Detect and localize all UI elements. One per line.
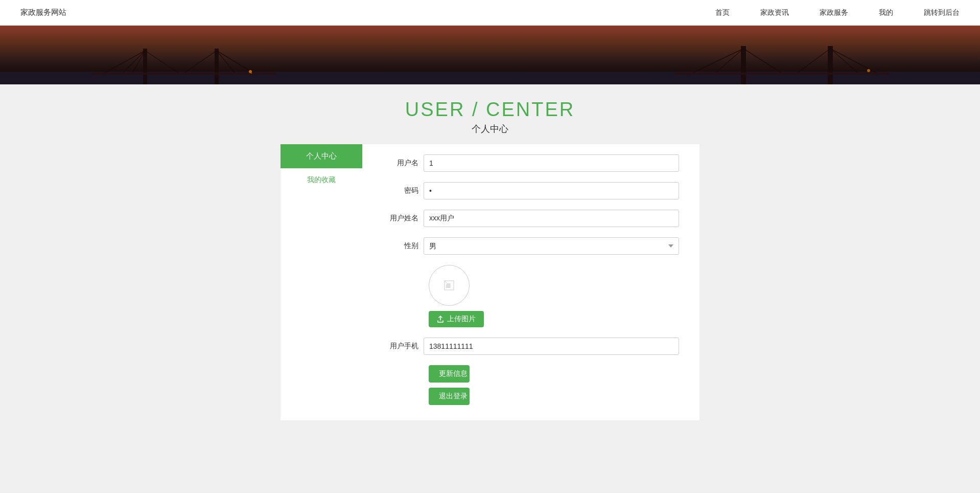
gender-label: 性别 bbox=[383, 241, 424, 251]
phone-input[interactable] bbox=[424, 338, 679, 355]
password-label: 密码 bbox=[383, 186, 424, 195]
sidebar-item-profile[interactable]: 个人中心 bbox=[281, 144, 362, 168]
sidebar-item-favorites[interactable]: 我的收藏 bbox=[281, 168, 362, 192]
svg-line-8 bbox=[145, 51, 179, 73]
content-card: 个人中心 我的收藏 用户名 密码 用户姓名 性别 bbox=[281, 144, 699, 420]
svg-line-7 bbox=[217, 51, 235, 73]
nav-news[interactable]: 家政资讯 bbox=[760, 8, 789, 17]
nav-backend[interactable]: 跳转到后台 bbox=[924, 8, 960, 17]
avatar-preview: ⬜ bbox=[429, 265, 470, 306]
svg-point-21 bbox=[251, 73, 252, 74]
upload-icon bbox=[437, 316, 444, 323]
phone-row: 用户手机 bbox=[383, 338, 679, 355]
nav-services[interactable]: 家政服务 bbox=[820, 8, 848, 17]
nav-home[interactable]: 首页 bbox=[715, 8, 730, 17]
svg-point-22 bbox=[867, 69, 870, 72]
password-input[interactable] bbox=[424, 182, 679, 199]
navbar: 家政服务网站 首页 家政资讯 家政服务 我的 跳转到后台 bbox=[0, 0, 980, 26]
broken-image-icon: ⬜ bbox=[444, 280, 454, 290]
svg-line-13 bbox=[690, 49, 743, 74]
svg-rect-1 bbox=[143, 49, 147, 84]
svg-rect-10 bbox=[92, 73, 276, 75]
update-info-button[interactable]: 更新信息 bbox=[429, 365, 470, 383]
display-name-label: 用户姓名 bbox=[383, 214, 424, 223]
main-content: 个人中心 我的收藏 用户名 密码 用户姓名 性别 bbox=[281, 144, 699, 441]
site-brand: 家政服务网站 bbox=[20, 8, 66, 17]
username-label: 用户名 bbox=[383, 159, 424, 168]
nav-links: 首页 家政资讯 家政服务 我的 跳转到后台 bbox=[715, 8, 960, 17]
username-row: 用户名 bbox=[383, 154, 679, 172]
display-name-input[interactable] bbox=[424, 210, 679, 227]
svg-rect-2 bbox=[215, 49, 219, 84]
upload-image-button[interactable]: 上传图片 bbox=[429, 311, 484, 327]
upload-button-label: 上传图片 bbox=[447, 315, 476, 324]
page-title-area: USER / CENTER 个人中心 bbox=[0, 84, 980, 144]
bridge-illustration bbox=[0, 43, 980, 84]
nav-mine[interactable]: 我的 bbox=[879, 8, 893, 17]
svg-line-9 bbox=[184, 51, 217, 73]
page-title-cn: 个人中心 bbox=[0, 123, 980, 135]
display-name-row: 用户姓名 bbox=[383, 210, 679, 227]
svg-line-18 bbox=[797, 49, 830, 73]
gender-row: 性别 男 女 bbox=[383, 237, 679, 255]
svg-line-14 bbox=[715, 49, 743, 73]
action-buttons: 更新信息 退出登录 bbox=[429, 365, 470, 405]
password-row: 密码 bbox=[383, 182, 679, 199]
svg-line-24 bbox=[445, 281, 447, 283]
svg-rect-19 bbox=[674, 73, 889, 75]
sidebar: 个人中心 我的收藏 bbox=[281, 144, 362, 420]
username-input[interactable] bbox=[424, 154, 679, 172]
svg-rect-12 bbox=[828, 46, 833, 84]
hero-banner bbox=[0, 26, 980, 84]
gender-select[interactable]: 男 女 bbox=[424, 237, 679, 255]
page-title-en: USER / CENTER bbox=[0, 99, 980, 121]
svg-text:⬜: ⬜ bbox=[446, 283, 451, 288]
avatar-row: ⬜ 上传图片 bbox=[429, 265, 679, 327]
form-area: 用户名 密码 用户姓名 性别 男 女 bbox=[362, 144, 699, 420]
logout-button[interactable]: 退出登录 bbox=[429, 388, 470, 405]
svg-line-15 bbox=[743, 49, 782, 73]
phone-label: 用户手机 bbox=[383, 342, 424, 351]
svg-rect-11 bbox=[741, 46, 746, 84]
svg-line-16 bbox=[830, 49, 879, 74]
